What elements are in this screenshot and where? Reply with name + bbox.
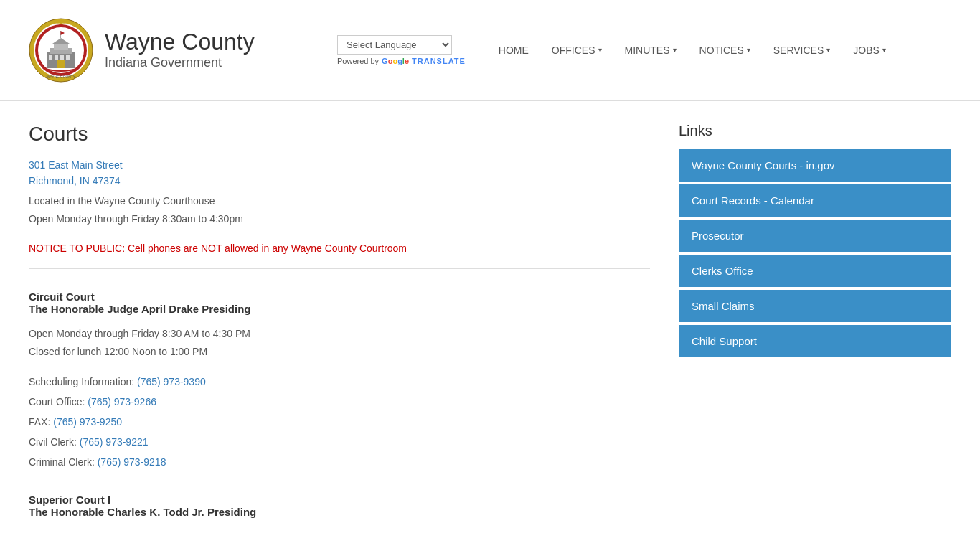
superior-court-judge: The Honorable Charles K. Todd Jr. Presid…	[29, 506, 650, 518]
circuit-court-judge: The Honorable Judge April Drake Presidin…	[29, 303, 650, 315]
content-area: Courts 301 East Main Street Richmond, IN…	[29, 123, 650, 540]
google-logo: Google	[382, 57, 409, 65]
office-phone[interactable]: (765) 973-9266	[88, 396, 156, 408]
svg-rect-7	[54, 44, 68, 50]
site-title: Wayne County	[105, 29, 255, 55]
criminal-clerk-info: Criminal Clerk: (765) 973-9218	[29, 452, 650, 472]
site-logo: WAYNE COUNTY	[29, 18, 93, 83]
nav-home[interactable]: HOME	[487, 39, 540, 62]
circuit-court-contact: Scheduling Information: (765) 973-9390 C…	[29, 372, 650, 472]
nav-offices[interactable]: OFFICES ▾	[540, 39, 613, 62]
address-link[interactable]: 301 East Main Street Richmond, IN 47374	[29, 157, 650, 189]
civil-phone[interactable]: (765) 973-9221	[80, 436, 149, 448]
fax-info: FAX: (765) 973-9250	[29, 412, 650, 432]
svg-text:WAYNE COUNTY: WAYNE COUNTY	[47, 75, 76, 79]
svg-rect-10	[55, 55, 58, 60]
link-court-records-calendar[interactable]: Court Records - Calendar	[679, 184, 951, 217]
svg-rect-13	[57, 60, 65, 68]
link-wayne-county-courts[interactable]: Wayne County Courts - in.gov	[679, 149, 951, 182]
notice-text: NOTICE TO PUBLIC: Cell phones are NOT al…	[29, 242, 650, 254]
court-office-info: Court Office: (765) 973-9266	[29, 392, 650, 412]
criminal-phone[interactable]: (765) 973-9218	[98, 456, 166, 468]
circuit-court-name: Circuit Court	[29, 291, 650, 303]
civil-clerk-info: Civil Clerk: (765) 973-9221	[29, 432, 650, 452]
logo-area: WAYNE COUNTY Wayne County Indiana Govern…	[29, 18, 337, 83]
link-small-claims[interactable]: Small Claims	[679, 290, 951, 322]
nav-services[interactable]: SERVICES ▾	[762, 39, 842, 62]
nav-notices[interactable]: NOTICES ▾	[688, 39, 762, 62]
language-selector[interactable]: Select Language	[337, 35, 452, 55]
svg-rect-12	[66, 55, 70, 60]
svg-rect-14	[60, 31, 61, 38]
translate-powered-by: Powered by Google TRANSLATE	[337, 57, 466, 65]
page-title: Courts	[29, 123, 650, 146]
chevron-down-icon: ▾	[747, 46, 750, 54]
link-prosecutor[interactable]: Prosecutor	[679, 220, 951, 252]
circuit-court-section: Circuit Court The Honorable Judge April …	[29, 291, 650, 471]
links-title: Links	[679, 123, 951, 139]
location-info: Located in the Wayne County Courthouse O…	[29, 192, 650, 228]
scheduling-phone[interactable]: (765) 973-9390	[137, 376, 206, 387]
chevron-down-icon: ▾	[882, 46, 886, 54]
nav-jobs[interactable]: JOBS ▾	[842, 39, 897, 62]
chevron-down-icon: ▾	[598, 46, 602, 54]
site-title-block: Wayne County Indiana Government	[105, 29, 255, 70]
section-divider	[29, 268, 650, 269]
translate-label: TRANSLATE	[412, 57, 466, 65]
chevron-down-icon: ▾	[673, 46, 677, 54]
svg-rect-9	[49, 55, 52, 60]
svg-rect-11	[60, 55, 64, 60]
link-child-support[interactable]: Child Support	[679, 325, 951, 357]
chevron-down-icon: ▾	[826, 46, 830, 54]
circuit-court-hours: Open Monday through Friday 8:30 AM to 4:…	[29, 325, 650, 361]
fax-phone[interactable]: (765) 973-9250	[53, 416, 122, 428]
main-content: Courts 301 East Main Street Richmond, IN…	[0, 101, 980, 551]
nav-minutes[interactable]: MINUTES ▾	[613, 39, 688, 62]
translate-widget: Select Language Powered by Google TRANSL…	[337, 35, 466, 65]
link-clerks-office[interactable]: Clerks Office	[679, 255, 951, 287]
superior-court-name: Superior Court I	[29, 494, 650, 506]
site-subtitle: Indiana Government	[105, 55, 255, 70]
main-nav: HOME OFFICES ▾ MINUTES ▾ NOTICES ▾ SERVI…	[487, 39, 951, 62]
superior-court-section: Superior Court I The Honorable Charles K…	[29, 494, 650, 518]
sidebar: Links Wayne County Courts - in.gov Court…	[679, 123, 951, 540]
site-header: WAYNE COUNTY Wayne County Indiana Govern…	[0, 0, 980, 100]
scheduling-info: Scheduling Information: (765) 973-9390	[29, 372, 650, 392]
